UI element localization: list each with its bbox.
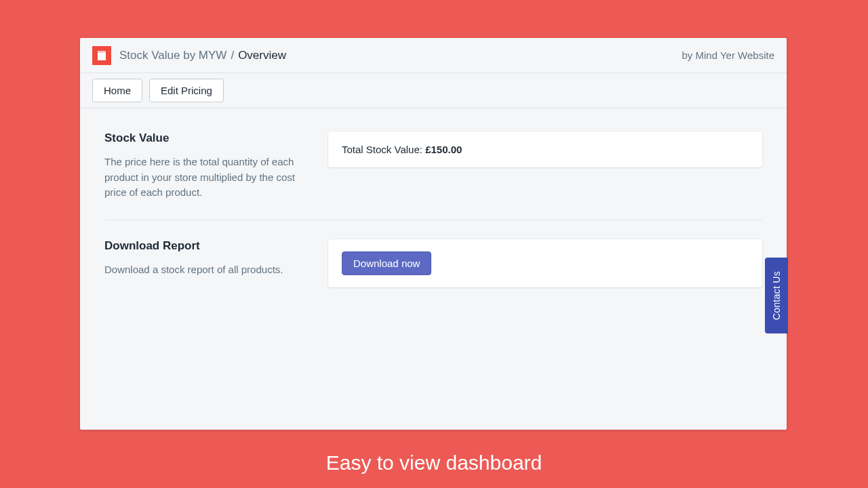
promo-frame: Stock Value by MYW / Overview by Mind Ye… [0, 0, 868, 488]
total-stock-value-amount: £150.00 [425, 144, 462, 155]
breadcrumb-app-name[interactable]: Stock Value by MYW [119, 49, 226, 62]
section-title-stock-value: Stock Value [104, 131, 308, 145]
breadcrumb-separator: / [231, 49, 234, 62]
byline[interactable]: by Mind Yer Website [682, 49, 774, 61]
tagline: Easy to view dashboard [0, 451, 868, 474]
section-desc-download-report: Download a stock report of all products. [104, 262, 308, 278]
download-now-button[interactable]: Download now [342, 251, 431, 275]
contact-us-tab[interactable]: Contact Us [765, 258, 788, 333]
section-stock-value-body: Total Stock Value: £150.00 [328, 131, 762, 201]
titlebar: Stock Value by MYW / Overview by Mind Ye… [80, 38, 787, 73]
breadcrumb-current: Overview [238, 49, 286, 62]
card-stock-value: Total Stock Value: £150.00 [328, 131, 762, 167]
toolbar: Home Edit Pricing [80, 73, 787, 108]
contact-us-label: Contact Us [771, 271, 782, 320]
section-desc-stock-value: The price here is the total quantity of … [104, 155, 308, 201]
section-download-report-body: Download now [328, 239, 762, 287]
card-download-report: Download now [328, 239, 762, 287]
content-area: Stock Value The price here is the total … [80, 108, 787, 323]
total-stock-value-label: Total Stock Value: [342, 144, 425, 155]
section-title-download-report: Download Report [104, 239, 308, 253]
section-stock-value-info: Stock Value The price here is the total … [104, 131, 308, 201]
section-download-report: Download Report Download a stock report … [104, 220, 762, 306]
app-logo-icon [92, 46, 111, 65]
total-stock-value-line: Total Stock Value: £150.00 [342, 144, 749, 155]
edit-pricing-button[interactable]: Edit Pricing [149, 79, 224, 102]
section-stock-value: Stock Value The price here is the total … [104, 125, 762, 220]
section-download-report-info: Download Report Download a stock report … [104, 239, 308, 287]
home-button[interactable]: Home [92, 79, 142, 102]
breadcrumb: Stock Value by MYW / Overview [119, 49, 286, 62]
app-window: Stock Value by MYW / Overview by Mind Ye… [80, 38, 787, 430]
